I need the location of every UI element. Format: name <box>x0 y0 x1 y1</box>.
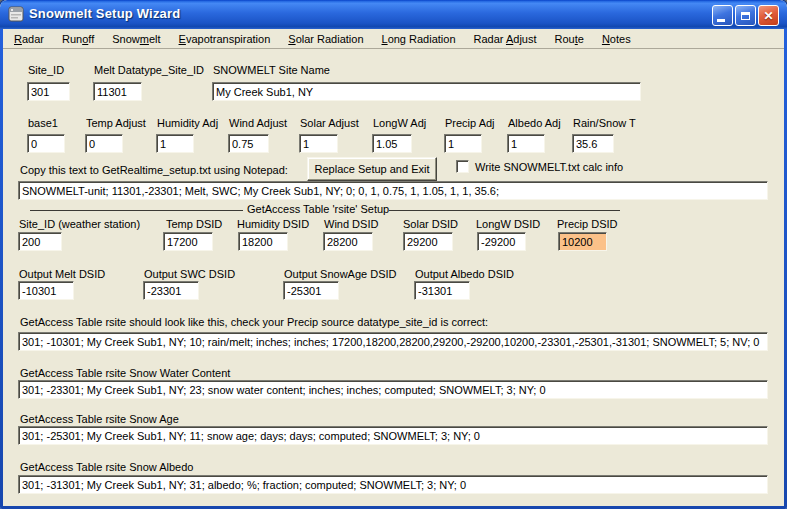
solar-dsid-input[interactable] <box>403 232 453 251</box>
rsite-group-title: GetAccess Table 'rsite' Setup <box>247 203 389 216</box>
base1-input[interactable] <box>27 134 65 153</box>
output-melt-dsid-input[interactable] <box>18 281 74 300</box>
write-snowmelt-checkbox-label: Write SNOWMELT.txt calc info <box>475 161 623 174</box>
write-snowmelt-checkbox[interactable] <box>456 160 469 173</box>
menu-text: elt <box>149 33 161 45</box>
menu-text: otes <box>610 33 631 45</box>
snowmelt-setup-wizard-window: Snowmelt Setup Wizard ✕ Radar Runoff Sno… <box>0 0 787 509</box>
window-border-left <box>0 29 3 506</box>
menu-accesskey: E <box>179 33 186 45</box>
menu-text: ong Radiation <box>388 33 456 45</box>
maximize-button[interactable] <box>735 5 756 26</box>
output-albedo-dsid-label: Output Albedo DSID <box>415 268 514 281</box>
menu-notes[interactable]: Notes <box>593 31 640 47</box>
rain-snow-t-label: Rain/Snow T <box>573 117 636 130</box>
precip-dsid-label: Precip DSID <box>557 218 618 231</box>
menu-solar-radiation[interactable]: Solar Radiation <box>279 31 372 47</box>
menu-snowmelt[interactable]: Snowmelt <box>103 31 169 47</box>
precip-adj-input[interactable] <box>444 134 482 153</box>
precip-adj-label: Precip Adj <box>445 117 495 130</box>
minimize-button[interactable] <box>712 5 733 26</box>
melt-datatype-site-id-label: Melt Datatype_Site_ID <box>94 64 204 77</box>
menu-radar-adjust[interactable]: Radar Adjust <box>465 31 546 47</box>
site-id-input[interactable] <box>27 82 70 101</box>
replace-setup-exit-button[interactable]: Replace Setup and Exit <box>307 157 437 181</box>
humidity-adj-label: Humidity Adj <box>157 117 218 130</box>
copy-text-label: Copy this text to GetRealtime_setup.txt … <box>20 164 288 177</box>
wind-dsid-input[interactable] <box>323 232 373 251</box>
temp-adjust-input[interactable] <box>85 134 123 153</box>
wind-adjust-input[interactable] <box>228 134 269 153</box>
rsite-snow-age-input[interactable] <box>18 426 768 445</box>
close-icon: ✕ <box>763 10 773 22</box>
rsite-swc-input[interactable] <box>18 380 768 399</box>
menu-text: Radar <box>474 33 506 45</box>
wind-adjust-label: Wind Adjust <box>229 117 287 130</box>
menu-text: adar <box>22 33 44 45</box>
base1-label: base1 <box>28 117 58 130</box>
group-line-right <box>389 210 620 211</box>
menu-long-radiation[interactable]: Long Radiation <box>373 31 465 47</box>
menu-accesskey: S <box>288 33 295 45</box>
group-line-left <box>30 210 243 211</box>
rsite-example-label: GetAccess Table rsite should look like t… <box>20 316 488 329</box>
menu-accesskey: R <box>14 33 22 45</box>
menu-text: vapotranspiration <box>186 33 270 45</box>
title-bar[interactable]: Snowmelt Setup Wizard ✕ <box>0 0 787 29</box>
menu-route[interactable]: Route <box>546 31 593 47</box>
setup-string-input[interactable] <box>18 181 768 200</box>
menu-bar: Radar Runoff Snowmelt Evapotranspiration… <box>3 29 784 49</box>
menu-runoff[interactable]: Runoff <box>53 31 103 47</box>
snowmelt-site-name-input[interactable] <box>212 82 641 101</box>
menu-text: Rou <box>555 33 575 45</box>
close-button[interactable]: ✕ <box>758 5 779 26</box>
rsite-snow-albedo-label: GetAccess Table rsite Snow Albedo <box>20 461 193 474</box>
menu-text: e <box>578 33 584 45</box>
humidity-dsid-input[interactable] <box>238 232 288 251</box>
rsite-swc-label: GetAccess Table rsite Snow Water Content <box>20 367 230 380</box>
longw-adj-input[interactable] <box>372 134 412 153</box>
menu-accesskey: N <box>602 33 610 45</box>
output-swc-dsid-input[interactable] <box>143 281 199 300</box>
output-snowage-dsid-input[interactable] <box>283 281 339 300</box>
menu-text: ff <box>88 33 94 45</box>
temp-dsid-input[interactable] <box>163 232 213 251</box>
rsite-snow-age-label: GetAccess Table rsite Snow Age <box>20 413 179 426</box>
rsite-example-input[interactable] <box>18 332 768 351</box>
weather-station-site-id-label: Site_ID (weather station) <box>19 218 140 231</box>
longw-adj-label: LongW Adj <box>373 117 426 130</box>
albedo-adj-label: Albedo Adj <box>508 117 561 130</box>
temp-adjust-label: Temp Adjust <box>86 117 146 130</box>
melt-datatype-site-id-input[interactable] <box>93 82 142 101</box>
temp-dsid-label: Temp DSID <box>166 218 222 231</box>
albedo-adj-input[interactable] <box>507 134 545 153</box>
window-title: Snowmelt Setup Wizard <box>29 6 180 21</box>
snowmelt-site-name-label: SNOWMELT Site Name <box>213 64 330 77</box>
menu-accesskey: m <box>140 33 149 45</box>
menu-text: olar Radiation <box>296 33 364 45</box>
menu-text: djust <box>513 33 536 45</box>
precip-dsid-input[interactable] <box>558 232 607 251</box>
menu-text: Snow <box>112 33 140 45</box>
longw-dsid-label: LongW DSID <box>476 218 540 231</box>
output-melt-dsid-label: Output Melt DSID <box>19 268 105 281</box>
longw-dsid-input[interactable] <box>477 232 526 251</box>
maximize-icon <box>741 12 750 20</box>
output-snowage-dsid-label: Output SnowAge DSID <box>284 268 397 281</box>
weather-station-site-id-input[interactable] <box>18 232 62 251</box>
rain-snow-t-input[interactable] <box>572 134 614 153</box>
humidity-dsid-label: Humidity DSID <box>237 218 309 231</box>
menu-evapotranspiration[interactable]: Evapotranspiration <box>170 31 280 47</box>
output-swc-dsid-label: Output SWC DSID <box>144 268 235 281</box>
solar-adjust-label: Solar Adjust <box>300 117 359 130</box>
output-albedo-dsid-input[interactable] <box>414 281 470 300</box>
menu-radar[interactable]: Radar <box>5 31 53 47</box>
solar-adjust-input[interactable] <box>299 134 338 153</box>
site-id-label: Site_ID <box>28 64 64 77</box>
wind-dsid-label: Wind DSID <box>324 218 378 231</box>
rsite-snow-albedo-input[interactable] <box>18 475 768 494</box>
minimize-icon <box>717 19 725 22</box>
menu-text: Run <box>62 33 82 45</box>
humidity-adj-input[interactable] <box>156 134 194 153</box>
solar-dsid-label: Solar DSID <box>403 218 458 231</box>
